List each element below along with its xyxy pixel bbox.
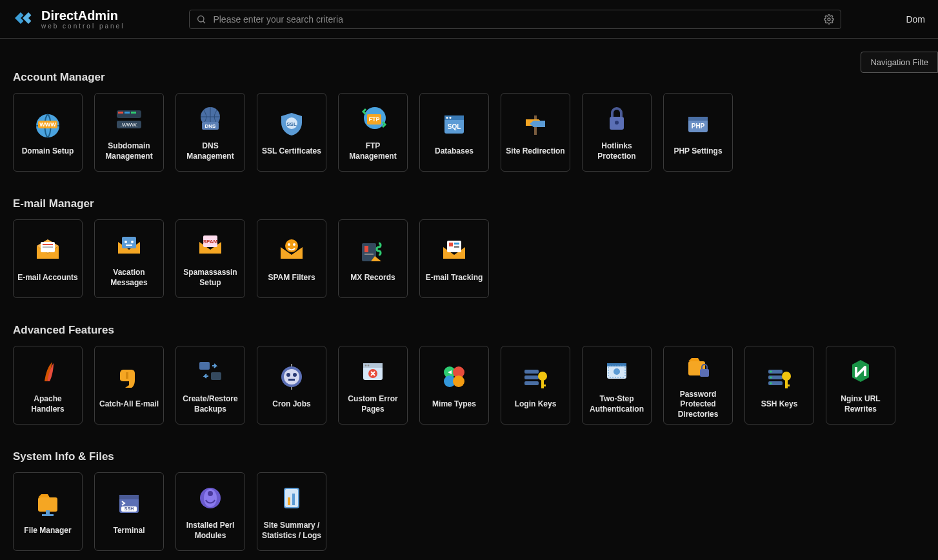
svg-point-1 bbox=[828, 18, 830, 21]
search-icon bbox=[196, 14, 206, 25]
dashboard-tile[interactable]: Domain Setup bbox=[13, 93, 83, 172]
tile-label: Terminal bbox=[113, 526, 145, 536]
tile-label: Databases bbox=[435, 146, 474, 157]
file-manager-icon bbox=[32, 487, 64, 519]
login-keys-icon bbox=[519, 361, 552, 393]
tile-label: Site Redirection bbox=[506, 146, 564, 157]
tile-label: Mime Types bbox=[432, 399, 476, 410]
dashboard-tile[interactable]: Site Summary / Statistics / Logs bbox=[257, 472, 326, 551]
dashboard-tile[interactable]: Login Keys bbox=[501, 346, 570, 425]
dashboard-tile[interactable]: Catch-All E-mail bbox=[94, 346, 164, 425]
search-bar[interactable] bbox=[189, 10, 841, 29]
dashboard-tile[interactable]: Create/Restore Backups bbox=[175, 346, 245, 425]
tile-label: Catch-All E-mail bbox=[99, 399, 159, 410]
dashboard-tile[interactable]: E-mail Accounts bbox=[13, 219, 83, 298]
tracking-icon bbox=[438, 234, 470, 266]
dashboard-tile[interactable]: Spamassassin Setup bbox=[175, 219, 245, 298]
tile-label: DNS Management bbox=[180, 141, 241, 161]
ssh-keys-icon bbox=[763, 361, 795, 393]
dashboard-tile[interactable]: Nginx URL Rewrites bbox=[826, 346, 895, 425]
cron-icon bbox=[275, 361, 308, 393]
tile-label: Spamassassin Setup bbox=[180, 268, 241, 288]
dns-icon bbox=[194, 103, 226, 135]
ftp-icon bbox=[357, 103, 389, 135]
apache-icon bbox=[32, 355, 64, 388]
brand-logo[interactable]: DirectAdmin web control panel bbox=[13, 6, 125, 32]
gear-icon[interactable] bbox=[824, 14, 834, 25]
catchall-icon bbox=[113, 361, 145, 393]
dashboard-tile[interactable]: Installed Perl Modules bbox=[175, 472, 245, 551]
section-title: E-mail Manager bbox=[13, 197, 925, 210]
dashboard-tile[interactable]: Custom Error Pages bbox=[338, 346, 408, 425]
tile-label: Site Summary / Statistics / Logs bbox=[261, 521, 322, 541]
dashboard-tile[interactable]: SPAM Filters bbox=[257, 219, 326, 298]
domain-setup-icon bbox=[32, 108, 64, 140]
section-title: System Info & Files bbox=[13, 450, 925, 463]
dashboard-tile[interactable]: SSH Keys bbox=[744, 346, 814, 425]
tile-label: Two-Step Authentication bbox=[586, 394, 647, 414]
tile-label: Vacation Messages bbox=[99, 268, 159, 288]
tile-label: Password Protected Directories bbox=[668, 390, 728, 420]
subdomain-icon bbox=[113, 103, 145, 135]
tile-label: File Manager bbox=[24, 526, 71, 536]
tile-label: Apache Handlers bbox=[17, 394, 78, 414]
dashboard-tile[interactable]: PHP Settings bbox=[663, 93, 733, 172]
dashboard-tile[interactable]: Password Protected Directories bbox=[663, 346, 733, 425]
dashboard-tile[interactable]: Hotlinks Protection bbox=[582, 93, 652, 172]
section-title: Account Manager bbox=[13, 71, 925, 84]
dashboard-tile[interactable]: Two-Step Authentication bbox=[582, 346, 652, 425]
dashboard-tile[interactable]: Vacation Messages bbox=[94, 219, 164, 298]
lock-icon bbox=[601, 103, 633, 135]
search-input[interactable] bbox=[213, 14, 817, 25]
tile-label: SSL Certificates bbox=[262, 146, 321, 157]
vacation-icon bbox=[113, 229, 145, 261]
dashboard-tile[interactable]: Apache Handlers bbox=[13, 346, 83, 425]
tile-label: Cron Jobs bbox=[272, 399, 310, 410]
tile-label: FTP Management bbox=[343, 141, 403, 161]
navigation-filter-button[interactable]: Navigation Filte bbox=[861, 52, 938, 73]
mime-icon bbox=[438, 361, 470, 393]
dashboard-tile[interactable]: Subdomain Management bbox=[94, 93, 164, 172]
mx-icon bbox=[357, 234, 389, 266]
tile-label: E-mail Tracking bbox=[426, 273, 483, 283]
email-icon bbox=[32, 234, 64, 266]
nginx-icon bbox=[844, 355, 877, 388]
dashboard-tile[interactable]: Databases bbox=[419, 93, 489, 172]
tile-label: Custom Error Pages bbox=[343, 394, 403, 414]
section-title: Advanced Features bbox=[13, 324, 925, 337]
backup-icon bbox=[194, 355, 226, 388]
ssl-icon bbox=[275, 108, 308, 140]
brand-subtitle: web control panel bbox=[41, 23, 125, 30]
tile-label: Nginx URL Rewrites bbox=[830, 394, 891, 414]
dashboard-tile[interactable]: DNS Management bbox=[175, 93, 245, 172]
dashboard-tile[interactable]: File Manager bbox=[13, 472, 83, 551]
stats-icon bbox=[275, 482, 308, 514]
terminal-icon bbox=[113, 487, 145, 519]
dashboard-tile[interactable]: Terminal bbox=[94, 472, 164, 551]
spam-filter-icon bbox=[275, 234, 308, 266]
brand-title: DirectAdmin bbox=[41, 9, 125, 22]
dashboard-tile[interactable]: Cron Jobs bbox=[257, 346, 326, 425]
dashboard-tile[interactable]: SSL Certificates bbox=[257, 93, 326, 172]
sql-icon bbox=[438, 108, 470, 140]
dashboard-tile[interactable]: Site Redirection bbox=[501, 93, 570, 172]
tile-label: E-mail Accounts bbox=[17, 273, 78, 283]
tile-label: Domain Setup bbox=[22, 146, 74, 157]
tile-label: Hotlinks Protection bbox=[586, 141, 647, 161]
dashboard-tile[interactable]: MX Records bbox=[338, 219, 408, 298]
dashboard-tile[interactable]: Mime Types bbox=[419, 346, 489, 425]
section: E-mail ManagerE-mail AccountsVacation Me… bbox=[13, 197, 925, 298]
tile-label: Installed Perl Modules bbox=[180, 521, 241, 541]
header-domain-label[interactable]: Dom bbox=[906, 14, 925, 25]
section: Account ManagerDomain SetupSubdomain Man… bbox=[13, 71, 925, 172]
error-pages-icon bbox=[357, 355, 389, 388]
dashboard-tile[interactable]: FTP Management bbox=[338, 93, 408, 172]
spam-setup-icon bbox=[194, 229, 226, 261]
tile-label: Subdomain Management bbox=[99, 141, 159, 161]
dashboard-tile[interactable]: E-mail Tracking bbox=[419, 219, 489, 298]
twofa-icon bbox=[601, 355, 633, 388]
tile-label: Create/Restore Backups bbox=[180, 394, 241, 414]
redirect-icon bbox=[519, 108, 552, 140]
svg-point-0 bbox=[198, 15, 204, 21]
tile-label: SSH Keys bbox=[761, 399, 798, 410]
